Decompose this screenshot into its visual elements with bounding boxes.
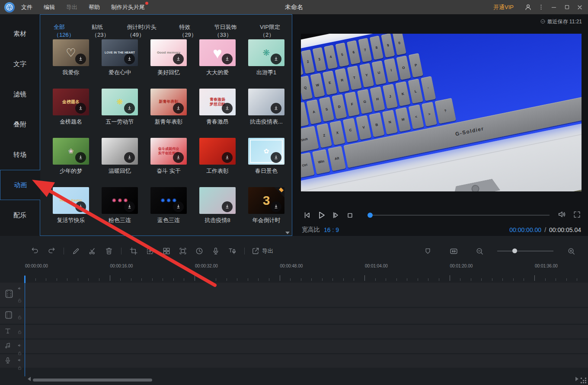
thumbnail[interactable] <box>199 187 236 214</box>
timeline-ruler[interactable]: 00:00:00.0000:00:16.0000:00:32.0000:00:4… <box>0 260 588 283</box>
library-tab-5[interactable]: VIP限定（2） <box>260 23 292 40</box>
next-frame-button[interactable] <box>329 209 342 221</box>
sidebar-item-1[interactable]: 文字 <box>0 49 40 79</box>
menu-item-4[interactable]: 制作片头片尾 <box>111 3 145 11</box>
cut-button[interactable] <box>85 244 100 258</box>
thumbnail[interactable]: 青春激扬 梦想启航 <box>199 89 236 115</box>
undo-button[interactable] <box>28 244 42 258</box>
download-icon[interactable] <box>124 103 135 114</box>
marker-button[interactable] <box>420 244 435 258</box>
download-icon[interactable] <box>75 201 86 212</box>
crop-button[interactable] <box>126 244 141 258</box>
mosaic-button[interactable] <box>159 244 174 258</box>
library-item[interactable]: ✺ ✺ ✺蓝色三连 <box>150 187 187 224</box>
library-item[interactable]: ❀少年的梦 <box>53 138 89 175</box>
export-button[interactable]: 导出 <box>249 244 275 258</box>
download-icon[interactable] <box>271 152 281 163</box>
fullscreen-icon[interactable] <box>573 210 581 220</box>
zoom-slider-handle[interactable] <box>512 248 517 253</box>
menu-item-0[interactable]: 文件 <box>21 3 32 11</box>
sidebar-item-0[interactable]: 素材 <box>0 19 40 49</box>
download-icon[interactable] <box>271 201 281 212</box>
timeline-zoom-slider[interactable] <box>497 251 553 251</box>
scroll-right-icon[interactable] <box>575 377 578 381</box>
download-icon[interactable] <box>222 54 233 64</box>
thumbnail[interactable]: ❋ <box>248 39 284 66</box>
library-item[interactable]: 新青年表彰新青年表彰 <box>150 89 187 126</box>
record-button[interactable] <box>208 244 223 258</box>
duration-button[interactable] <box>192 244 207 258</box>
fit-timeline-button[interactable] <box>446 244 461 258</box>
overlay-track-lane[interactable] <box>25 308 588 324</box>
download-icon[interactable] <box>222 152 233 163</box>
zoom-in-button[interactable] <box>564 244 578 258</box>
sidebar-item-2[interactable]: 滤镜 <box>0 79 40 109</box>
library-item[interactable]: 奋斗成就伟业 实干创造辉煌奋斗 实干 <box>150 138 187 175</box>
library-item[interactable]: 抗击疫情8 <box>199 187 236 224</box>
seek-bar[interactable] <box>368 215 550 216</box>
freeze-button[interactable] <box>176 244 190 258</box>
download-icon[interactable] <box>75 103 86 114</box>
thumbnail[interactable]: LOVE IN THE HEART <box>102 39 138 66</box>
track-lock-toggle[interactable] <box>17 297 22 305</box>
thumbnail[interactable]: ✺ ✺ ✺ <box>102 187 138 214</box>
sidebar-item-6[interactable]: 配乐 <box>0 200 40 230</box>
video-track-lane[interactable] <box>25 283 588 307</box>
library-item[interactable]: 3年会倒计时 <box>248 187 284 224</box>
thumbnail[interactable]: 奋斗成就伟业 实干创造辉煌 <box>150 138 187 165</box>
menu-item-2[interactable]: 导出 <box>66 3 77 11</box>
transform-button[interactable] <box>143 244 157 258</box>
scroll-down-icon[interactable] <box>285 232 290 234</box>
thumbnail[interactable] <box>102 138 138 165</box>
download-icon[interactable] <box>173 103 184 114</box>
thumbnail[interactable]: ❋ <box>102 89 138 115</box>
library-item[interactable]: ♡我爱你 <box>53 39 89 76</box>
redo-button[interactable] <box>44 244 59 258</box>
sidebar-item-3[interactable]: 叠附 <box>0 109 40 140</box>
voice-track-lane[interactable] <box>25 354 588 368</box>
thumbnail[interactable] <box>199 138 236 165</box>
download-icon[interactable] <box>173 152 184 163</box>
text-track-lane[interactable] <box>25 325 588 338</box>
track-lock-toggle[interactable] <box>17 314 22 321</box>
library-item[interactable]: ✺ ✺ ✺粉色三连 <box>102 187 138 224</box>
play-button[interactable] <box>315 209 327 221</box>
tts-button[interactable] <box>225 244 240 258</box>
stop-button[interactable] <box>344 209 356 221</box>
track-mute-toggle[interactable] <box>17 285 22 293</box>
scroll-left-icon[interactable] <box>28 377 31 381</box>
library-tab-3[interactable]: 特效（29） <box>179 23 205 40</box>
library-tab-0[interactable]: 全部（126） <box>54 23 83 41</box>
edit-button[interactable] <box>69 244 83 258</box>
minimize-button[interactable] <box>547 1 560 14</box>
library-item[interactable]: 抗击疫情表... <box>248 89 284 126</box>
voice-track-header[interactable] <box>0 354 25 368</box>
download-icon[interactable] <box>271 54 281 64</box>
maximize-button[interactable] <box>560 1 573 14</box>
resize-grip[interactable] <box>581 378 587 384</box>
thumbnail[interactable]: ♥ <box>199 39 236 66</box>
thumbnail[interactable]: ♡ <box>53 39 89 66</box>
library-item[interactable]: 温暖回忆 <box>102 138 138 175</box>
thumbnail[interactable]: 3 <box>248 187 284 214</box>
aspect-ratio-value[interactable]: 16 : 9 <box>324 226 339 233</box>
download-icon[interactable] <box>271 103 281 114</box>
seek-handle[interactable] <box>368 213 373 218</box>
download-icon[interactable] <box>173 54 184 64</box>
download-icon[interactable] <box>173 201 184 212</box>
horizontal-scrollbar[interactable] <box>33 379 152 382</box>
zoom-out-button[interactable] <box>472 244 487 258</box>
library-item[interactable]: 工作表彰 <box>199 138 236 175</box>
library-tab-4[interactable]: 节日装饰（33） <box>214 23 251 40</box>
text-track-header[interactable] <box>0 325 25 338</box>
thumbnail[interactable]: 新青年表彰 <box>150 89 187 115</box>
thumbnail[interactable]: ❀ <box>53 138 89 165</box>
library-item[interactable]: ✿春日景色 <box>248 138 284 175</box>
track-mute-toggle[interactable] <box>17 356 22 364</box>
library-tab-1[interactable]: 贴纸（23） <box>92 23 118 40</box>
library-item[interactable]: LOVE IN THE HEART爱在心中 <box>102 39 138 76</box>
thumbnail[interactable]: Happy Easter <box>53 187 89 214</box>
video-track-header[interactable] <box>0 283 25 307</box>
library-item[interactable]: Good memory美好回忆 <box>150 39 187 76</box>
download-icon[interactable] <box>222 103 233 114</box>
